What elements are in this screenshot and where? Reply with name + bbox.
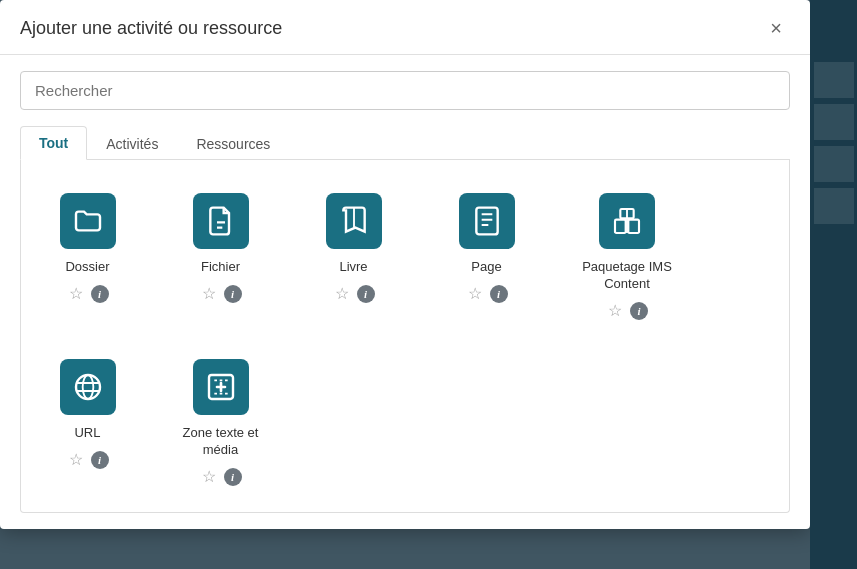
modal: Ajouter une activité ou ressource × Tout… bbox=[0, 0, 810, 529]
tab-ressources[interactable]: Ressources bbox=[177, 126, 289, 160]
item-zone[interactable]: Zone texte et média ☆ i bbox=[158, 340, 283, 498]
tab-tout[interactable]: Tout bbox=[20, 126, 87, 160]
tabs-bar: Tout Activités Ressources bbox=[20, 126, 790, 160]
item-url[interactable]: URL ☆ i bbox=[25, 340, 150, 498]
sidebar-right bbox=[810, 0, 857, 569]
sidebar-item-2 bbox=[814, 104, 854, 140]
book-svg bbox=[338, 205, 370, 237]
dossier-icon bbox=[60, 193, 116, 249]
livre-star[interactable]: ☆ bbox=[333, 284, 351, 304]
sidebar-item-4 bbox=[814, 188, 854, 224]
url-star[interactable]: ☆ bbox=[67, 450, 85, 470]
fichier-actions: ☆ i bbox=[200, 284, 242, 304]
item-livre[interactable]: Livre ☆ i bbox=[291, 174, 416, 332]
livre-info[interactable]: i bbox=[357, 285, 375, 303]
zone-info[interactable]: i bbox=[224, 468, 242, 486]
zone-actions: ☆ i bbox=[200, 467, 242, 487]
livre-actions: ☆ i bbox=[333, 284, 375, 304]
fichier-label: Fichier bbox=[201, 259, 240, 276]
textmedia-svg bbox=[205, 371, 237, 403]
sidebar-item-1 bbox=[814, 62, 854, 98]
page-star[interactable]: ☆ bbox=[466, 284, 484, 304]
close-button[interactable]: × bbox=[762, 14, 790, 42]
livre-icon bbox=[326, 193, 382, 249]
paquetage-actions: ☆ i bbox=[606, 301, 648, 321]
item-fichier[interactable]: Fichier ☆ i bbox=[158, 174, 283, 332]
fichier-star[interactable]: ☆ bbox=[200, 284, 218, 304]
page-icon bbox=[459, 193, 515, 249]
dossier-info[interactable]: i bbox=[91, 285, 109, 303]
paquetage-info[interactable]: i bbox=[630, 302, 648, 320]
svg-point-4 bbox=[76, 375, 100, 399]
paquetage-star[interactable]: ☆ bbox=[606, 301, 624, 321]
dossier-star[interactable]: ☆ bbox=[67, 284, 85, 304]
item-page[interactable]: Page ☆ i bbox=[424, 174, 549, 332]
paquetage-label: Paquetage IMS Content bbox=[568, 259, 686, 293]
url-info[interactable]: i bbox=[91, 451, 109, 469]
paquetage-icon bbox=[599, 193, 655, 249]
file-svg bbox=[205, 205, 237, 237]
dossier-label: Dossier bbox=[65, 259, 109, 276]
fichier-icon bbox=[193, 193, 249, 249]
svg-rect-0 bbox=[476, 208, 497, 235]
item-dossier[interactable]: Dossier ☆ i bbox=[25, 174, 150, 332]
zone-star[interactable]: ☆ bbox=[200, 467, 218, 487]
sidebar-item-3 bbox=[814, 146, 854, 182]
zone-icon bbox=[193, 359, 249, 415]
url-label: URL bbox=[74, 425, 100, 442]
zone-label: Zone texte et média bbox=[169, 425, 272, 459]
modal-title: Ajouter une activité ou ressource bbox=[20, 18, 282, 39]
page-svg bbox=[471, 205, 503, 237]
package-svg bbox=[611, 205, 643, 237]
page-label: Page bbox=[471, 259, 501, 276]
url-icon bbox=[60, 359, 116, 415]
search-input[interactable] bbox=[20, 71, 790, 110]
svg-rect-2 bbox=[628, 220, 639, 233]
fichier-info[interactable]: i bbox=[224, 285, 242, 303]
svg-point-5 bbox=[82, 375, 93, 399]
item-paquetage[interactable]: Paquetage IMS Content ☆ i bbox=[557, 174, 697, 332]
page-actions: ☆ i bbox=[466, 284, 508, 304]
livre-label: Livre bbox=[339, 259, 367, 276]
page-info[interactable]: i bbox=[490, 285, 508, 303]
modal-body: Tout Activités Ressources Dossier ☆ i bbox=[0, 55, 810, 529]
folder-svg bbox=[72, 205, 104, 237]
items-grid: Dossier ☆ i Fichier bbox=[20, 160, 790, 513]
tab-activites[interactable]: Activités bbox=[87, 126, 177, 160]
url-actions: ☆ i bbox=[67, 450, 109, 470]
svg-rect-1 bbox=[615, 220, 626, 233]
globe-svg bbox=[72, 371, 104, 403]
modal-overlay: Ajouter une activité ou ressource × Tout… bbox=[0, 0, 857, 569]
dossier-actions: ☆ i bbox=[67, 284, 109, 304]
modal-header: Ajouter une activité ou ressource × bbox=[0, 0, 810, 55]
